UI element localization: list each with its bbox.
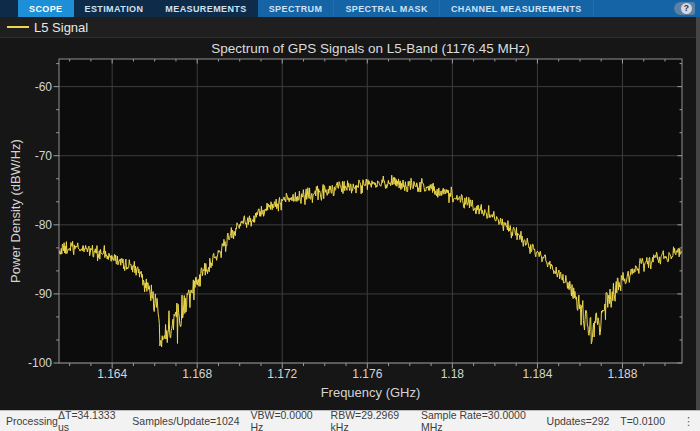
tab-measurements[interactable]: MEASUREMENTS [154, 0, 257, 17]
y-tick-label: -90 [35, 287, 53, 301]
help-button[interactable]: ? [674, 2, 695, 15]
y-tick-label: -60 [35, 80, 53, 94]
status-processing: Processing [6, 415, 58, 427]
tab-scope[interactable]: SCOPE [18, 0, 74, 17]
window-right-edge [696, 17, 700, 410]
spectrum-plot[interactable]: 1.1641.1681.1721.1761.181.1841.188-60-70… [0, 38, 700, 405]
legend[interactable]: L5 Signal [0, 17, 700, 38]
x-tick-label: 1.168 [182, 367, 212, 381]
y-tick-label: -80 [35, 218, 53, 232]
x-tick-label: 1.184 [522, 367, 552, 381]
status-time: T=0.0100 [620, 415, 665, 427]
statusbar-overflow-handle[interactable]: ⋮ [683, 415, 694, 428]
status-delta-t: ΔT=34.1333 us [58, 409, 121, 431]
x-tick-label: 1.188 [607, 367, 637, 381]
spectrum-analyzer-window: SCOPE ESTIMATION MEASUREMENTS SPECTRUM S… [0, 0, 700, 431]
x-tick-label: 1.164 [97, 367, 127, 381]
x-tick-label: 1.18 [441, 367, 465, 381]
help-icon: ? [681, 3, 692, 14]
status-vbw: VBW=0.0000 Hz [250, 409, 319, 431]
status-readouts: ΔT=34.1333 us Samples/Update=1024 VBW=0.… [58, 409, 694, 431]
y-tick-label: -70 [35, 149, 53, 163]
legend-label: L5 Signal [34, 20, 88, 35]
status-updates: Updates=292 [547, 415, 610, 427]
tab-estimation[interactable]: ESTIMATION [74, 0, 155, 17]
status-samples-per-update: Samples/Update=1024 [132, 415, 239, 427]
x-tick-label: 1.172 [267, 367, 297, 381]
tab-channel-measurements[interactable]: CHANNEL MEASUREMENTS [440, 0, 594, 17]
tabbar-left-pad [0, 0, 18, 17]
legend-line-swatch [7, 26, 29, 28]
status-rbw: RBW=29.2969 kHz [331, 409, 410, 431]
tab-spectrum[interactable]: SPECTRUM [258, 0, 335, 17]
plot-background [59, 59, 682, 363]
ribbon-tab-bar: SCOPE ESTIMATION MEASUREMENTS SPECTRUM S… [0, 0, 700, 17]
tab-spectral-mask[interactable]: SPECTRAL MASK [334, 0, 440, 17]
tabbar-right-section: SPECTRUM SPECTRAL MASK CHANNEL MEASUREME… [258, 0, 700, 17]
x-tick-label: 1.176 [352, 367, 382, 381]
status-bar: Processing ΔT=34.1333 us Samples/Update=… [0, 410, 700, 431]
y-axis-label: Power Density (dBW/Hz) [8, 111, 24, 311]
status-sample-rate: Sample Rate=30.0000 MHz [421, 409, 536, 431]
y-tick-label: -100 [28, 356, 52, 370]
x-axis-label: Frequency (GHz) [59, 385, 682, 400]
